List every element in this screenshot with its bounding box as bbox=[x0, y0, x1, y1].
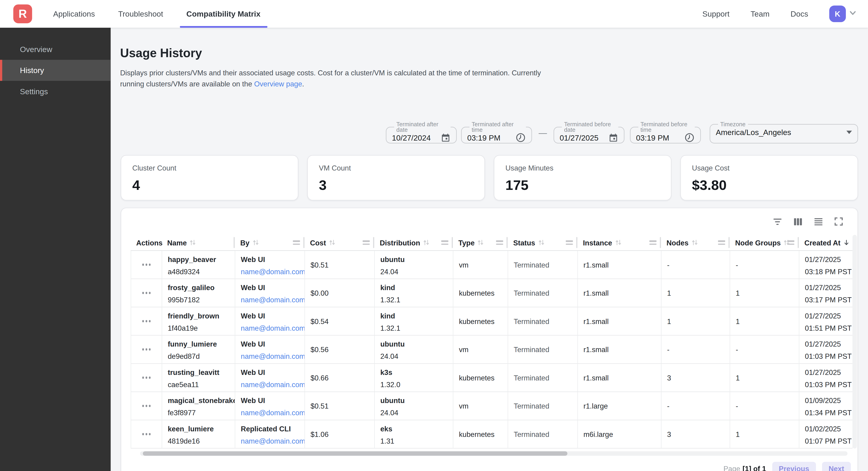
column-menu-icon[interactable] bbox=[441, 240, 448, 245]
ellipsis-icon bbox=[149, 320, 151, 322]
column-header-name[interactable]: Name bbox=[162, 235, 235, 250]
column-header-instance[interactable]: Instance bbox=[577, 235, 661, 250]
tab-applications[interactable]: Applications bbox=[53, 0, 95, 28]
columns-icon[interactable] bbox=[792, 216, 803, 227]
clock-icon[interactable] bbox=[515, 132, 526, 143]
created-date: 01/02/2025 bbox=[805, 425, 850, 433]
field-label: Terminated before time bbox=[641, 121, 687, 133]
row-actions-button[interactable] bbox=[131, 420, 162, 448]
nav-link-support[interactable]: Support bbox=[702, 9, 730, 18]
column-menu-icon[interactable] bbox=[787, 240, 794, 245]
column-menu-icon[interactable] bbox=[566, 240, 573, 245]
row-actions-button[interactable] bbox=[131, 251, 162, 278]
horizontal-scrollbar[interactable] bbox=[140, 451, 847, 455]
row-actions-button[interactable] bbox=[131, 279, 162, 307]
terminated-after-date-field[interactable]: Terminated after date 10/27/2024 bbox=[386, 121, 457, 143]
filter-icon[interactable] bbox=[772, 216, 783, 227]
nav-link-docs[interactable]: Docs bbox=[790, 9, 808, 18]
app-logo[interactable]: R bbox=[13, 4, 32, 23]
column-header-type[interactable]: Type bbox=[453, 235, 508, 250]
terminated-after-time-field[interactable]: Terminated after time 03:19 PM bbox=[461, 121, 532, 143]
field-value[interactable]: 03:19 PM bbox=[467, 133, 500, 142]
terminated-before-time-field[interactable]: Terminated before time 03:19 PM bbox=[630, 121, 701, 143]
tab-troubleshoot[interactable]: Troubleshoot bbox=[118, 0, 163, 28]
column-menu-icon[interactable] bbox=[293, 240, 300, 245]
cell-type: vm bbox=[453, 392, 508, 420]
cell-instance: r1.small bbox=[578, 364, 661, 391]
clock-icon[interactable] bbox=[684, 132, 695, 143]
sidebar-item-overview[interactable]: Overview bbox=[0, 39, 111, 60]
timezone-select[interactable]: Timezone America/Los_Angeles bbox=[710, 121, 858, 143]
ellipsis-icon bbox=[145, 377, 147, 379]
column-header-nodes[interactable]: Nodes bbox=[661, 235, 730, 250]
sidebar-item-settings[interactable]: Settings bbox=[0, 81, 111, 102]
description-suffix: . bbox=[302, 80, 304, 88]
previous-button[interactable]: Previous bbox=[772, 462, 816, 471]
cell-cost: $0.56 bbox=[305, 335, 375, 363]
sidebar-item-label: Settings bbox=[20, 87, 48, 96]
column-label: Instance bbox=[583, 238, 612, 247]
field-value[interactable]: 10/27/2024 bbox=[392, 133, 431, 142]
column-header-by[interactable]: By bbox=[235, 235, 305, 250]
field-value[interactable]: America/Los_Angeles bbox=[716, 128, 791, 137]
terminated-before-date-field[interactable]: Terminated before date 01/27/2025 bbox=[554, 121, 624, 143]
row-actions-button[interactable] bbox=[131, 307, 162, 335]
column-header-node_groups[interactable]: Node Groups bbox=[730, 235, 799, 250]
distribution-version: 1.31 bbox=[380, 437, 451, 445]
sidebar-item-history[interactable]: History bbox=[0, 60, 111, 81]
cell-cost: $0.00 bbox=[305, 279, 375, 307]
sidebar-item-label: History bbox=[20, 66, 44, 75]
user-menu[interactable]: K bbox=[829, 5, 857, 22]
ellipsis-icon bbox=[145, 433, 147, 435]
cell-node-groups: 1 bbox=[730, 279, 799, 307]
tab-compatibility-matrix[interactable]: Compatibility Matrix bbox=[186, 0, 260, 28]
email-link[interactable]: name@domain.com bbox=[241, 268, 302, 276]
next-button[interactable]: Next bbox=[822, 462, 851, 471]
cell-nodes: - bbox=[661, 392, 730, 420]
email-link[interactable]: name@domain.com bbox=[241, 380, 302, 389]
vertical-scrollbar[interactable] bbox=[852, 235, 857, 449]
card-label: Usage Minutes bbox=[505, 164, 660, 172]
distribution-name: eks bbox=[380, 425, 451, 433]
column-label: Distribution bbox=[380, 238, 420, 247]
column-label: Cost bbox=[310, 238, 326, 247]
column-header-status[interactable]: Status bbox=[508, 235, 578, 250]
chevron-down-icon[interactable] bbox=[849, 9, 857, 19]
dropdown-arrow-icon[interactable] bbox=[846, 130, 852, 134]
distribution-version: 1.32.1 bbox=[380, 296, 451, 304]
avatar[interactable]: K bbox=[829, 5, 846, 22]
email-link[interactable]: name@domain.com bbox=[241, 352, 302, 360]
email-link[interactable]: name@domain.com bbox=[241, 296, 302, 304]
created-date: 01/27/2025 bbox=[805, 368, 850, 377]
calendar-icon[interactable] bbox=[609, 133, 618, 143]
calendar-icon[interactable] bbox=[441, 133, 451, 143]
instance-value: r1.large bbox=[584, 402, 608, 410]
horizontal-scrollbar-thumb[interactable] bbox=[143, 451, 567, 455]
nav-link-team[interactable]: Team bbox=[750, 9, 769, 18]
field-value[interactable]: 03:19 PM bbox=[636, 133, 669, 142]
node-groups-value: 1 bbox=[736, 317, 740, 325]
row-actions-button[interactable] bbox=[131, 392, 162, 420]
column-header-cost[interactable]: Cost bbox=[305, 235, 374, 250]
column-label: Nodes bbox=[666, 238, 688, 247]
density-icon[interactable] bbox=[813, 216, 824, 227]
column-menu-icon[interactable] bbox=[649, 240, 656, 245]
type-value: vm bbox=[459, 402, 469, 410]
fullscreen-icon[interactable] bbox=[833, 216, 844, 227]
cell-node-groups: 1 bbox=[730, 420, 799, 448]
created-time: 01:51 PM PST bbox=[805, 324, 850, 332]
field-value[interactable]: 01/27/2025 bbox=[560, 133, 598, 142]
column-header-created_at[interactable]: Created At bbox=[799, 235, 852, 250]
overview-page-link[interactable]: Overview page bbox=[254, 80, 302, 88]
email-link[interactable]: name@domain.com bbox=[241, 324, 302, 332]
cell-by: Web UIname@domain.com bbox=[235, 251, 305, 278]
row-actions-button[interactable] bbox=[131, 364, 162, 391]
distribution-name: kind bbox=[380, 312, 451, 320]
row-actions-button[interactable] bbox=[131, 335, 162, 363]
email-link[interactable]: name@domain.com bbox=[241, 409, 302, 417]
column-menu-icon[interactable] bbox=[496, 240, 503, 245]
email-link[interactable]: name@domain.com bbox=[241, 437, 302, 445]
column-menu-icon[interactable] bbox=[363, 240, 370, 245]
column-header-distribution[interactable]: Distribution bbox=[374, 235, 453, 250]
column-menu-icon[interactable] bbox=[718, 240, 725, 245]
